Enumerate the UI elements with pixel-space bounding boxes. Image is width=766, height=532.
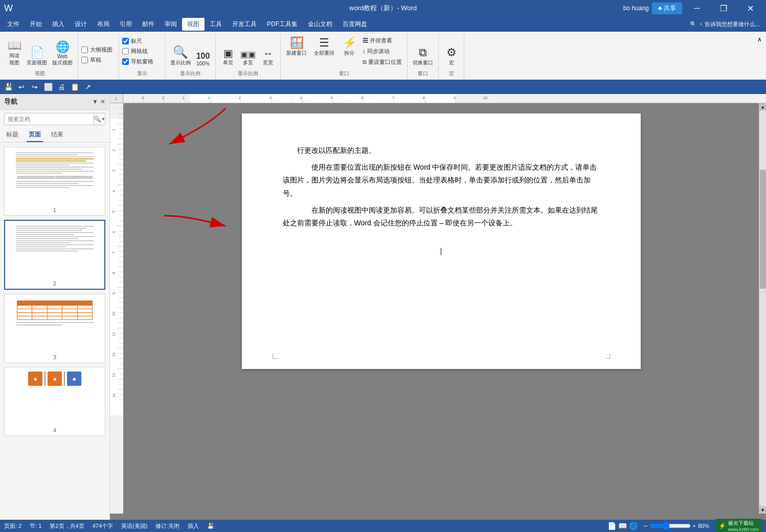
svg-text:5: 5: [112, 211, 116, 213]
search-icon: 🔍: [690, 21, 697, 28]
zoom-button[interactable]: 🔍 显示比例: [168, 43, 193, 68]
svg-text:6: 6: [112, 231, 116, 233]
format-painter-qa-button[interactable]: 📋: [69, 81, 81, 93]
switch-window-button[interactable]: ⧉ 切换窗口: [411, 44, 435, 68]
save-qa-button[interactable]: 💾: [2, 81, 14, 93]
macro-button[interactable]: ⚙ 宏: [442, 44, 461, 68]
single-page-button[interactable]: ▣ 单页: [219, 45, 237, 68]
menu-home[interactable]: 开始: [25, 18, 47, 31]
doc-with-ruler: 1 2 3 4 5 6 7 8 9 10 11 12 13 14: [110, 103, 766, 514]
menu-layout[interactable]: 布局: [92, 18, 115, 31]
pages-area: 行更改以匹配新的主题。 使用在需要位置出现的新按钮在 Word 中保存时间。若要…: [123, 103, 759, 514]
undo-qa-button[interactable]: ↩: [15, 81, 28, 93]
menu-review[interactable]: 审阅: [160, 18, 182, 31]
word-logo: W: [4, 3, 13, 14]
scroll-track[interactable]: [759, 110, 767, 506]
nav-close-button[interactable]: ✕: [100, 98, 105, 105]
menu-file[interactable]: 文件: [2, 18, 25, 31]
menu-references[interactable]: 引用: [115, 18, 137, 31]
ribbon-group-macro: ⚙ 宏 宏: [439, 34, 464, 79]
multi-page-icon: ▣▣: [240, 50, 256, 59]
outline-view-checkbox[interactable]: 大纲视图: [81, 45, 116, 54]
menu-pdf[interactable]: PDF工具集: [262, 18, 303, 31]
more-qa-button[interactable]: ↗: [82, 81, 94, 93]
ruler-svg: 3 2 1 1 2 3 4 5 6 7 8 9 10: [123, 94, 766, 103]
menu-mail[interactable]: 邮件: [137, 18, 160, 31]
page-thumb-3[interactable]: 3: [4, 294, 105, 363]
side-by-side-button[interactable]: ☰ 并排查看: [361, 36, 404, 45]
draft-checkbox[interactable]: 草稿: [81, 56, 116, 64]
document-page[interactable]: 行更改以匹配新的主题。 使用在需要位置出现的新按钮在 Word 中保存时间。若要…: [242, 113, 641, 369]
print-preview-qa-button[interactable]: ⬜: [42, 81, 54, 93]
margin-marker-br: [605, 354, 610, 359]
status-bar: 页面: 2 节: 1 第2页，共4页 474个字 英语(美国) 修订:关闭 插入…: [0, 520, 766, 532]
page-view-button[interactable]: 📄 页面视图: [25, 45, 49, 68]
svg-text:4: 4: [112, 190, 116, 192]
share-button[interactable]: ♣ 共享: [652, 3, 682, 14]
ribbon-group-switch: ⧉ 切换窗口 窗口: [408, 34, 439, 79]
search-bar[interactable]: 🔍 ♀ 告诉我您想要做什么...: [686, 20, 764, 28]
nav-tab-pages[interactable]: 页面: [27, 128, 43, 142]
menu-baidu[interactable]: 百度网盘: [337, 18, 372, 31]
zoom-100-button[interactable]: 100 100%: [194, 50, 212, 68]
watermark-url: www.kz80.com: [728, 527, 759, 532]
zoom-in-button[interactable]: +: [693, 523, 696, 529]
ribbon-group-display: 标尺 网格线 导航窗格 显示: [119, 34, 165, 79]
multi-page-button[interactable]: ▣▣ 多页: [238, 48, 258, 68]
page-thumb-1[interactable]: 1: [4, 147, 105, 216]
page-thumb-2[interactable]: 2: [4, 220, 105, 290]
web-layout-button[interactable]: 🌐: [629, 522, 638, 530]
ruler-left-svg: 1 2 3 4 5 6 7 8 9 10 11 12 13 14: [110, 103, 123, 512]
zoom-out-button[interactable]: ─: [644, 523, 648, 529]
gridlines-checkbox[interactable]: 网格线: [122, 47, 162, 56]
scroll-down-button[interactable]: ▼: [759, 506, 767, 514]
nav-tab-headings[interactable]: 标题: [4, 128, 20, 142]
nav-search-button[interactable]: 🔍▼: [94, 113, 105, 125]
web-view-button[interactable]: 🌐 Web版式视图: [50, 40, 75, 68]
scroll-up-button[interactable]: ▲: [759, 103, 767, 110]
svg-text:1: 1: [183, 96, 185, 100]
menu-insert[interactable]: 插入: [47, 18, 70, 31]
split-button[interactable]: ⚡ 拆分: [339, 35, 359, 58]
close-button[interactable]: ✕: [738, 0, 762, 16]
zoom-percent[interactable]: 80%: [698, 523, 709, 529]
page-label: 页面: 2: [4, 522, 21, 530]
ribbon-group-view: 📖 阅读视图 📄 页面视图 🌐 Web版式视图 视图: [2, 34, 78, 79]
quick-access-toolbar: 💾 ↩ ↪ ⬜ 🖨 📋 ↗: [0, 80, 766, 94]
ruler-checkbox[interactable]: 标尺: [122, 37, 162, 45]
menu-view[interactable]: 视图: [182, 18, 205, 31]
menu-tools[interactable]: 工具: [205, 18, 227, 31]
zoom-slider[interactable]: [650, 522, 691, 530]
redo-qa-button[interactable]: ↪: [29, 81, 41, 93]
page-thumb-img-2: [14, 223, 96, 279]
nav-tab-results[interactable]: 结果: [49, 128, 65, 142]
page-view-icon: 📄: [30, 47, 44, 58]
print-layout-button[interactable]: 📄: [607, 522, 616, 530]
sync-scroll-button[interactable]: ↕ 同步滚动: [361, 47, 404, 56]
menu-jinshan[interactable]: 金山文档: [303, 18, 337, 31]
arrange-all-button[interactable]: ☰ 全部重排: [311, 35, 337, 58]
svg-text:3: 3: [112, 170, 116, 172]
nav-search-input[interactable]: [5, 115, 94, 123]
navpanel-checkbox[interactable]: 导航窗格: [122, 57, 162, 66]
svg-text:3: 3: [142, 96, 144, 100]
collapse-ribbon-button[interactable]: ∧: [755, 34, 764, 79]
restore-button[interactable]: ❐: [712, 0, 735, 16]
reset-window-button[interactable]: ⧉ 重设窗口位置: [361, 57, 404, 67]
scroll-thumb[interactable]: [760, 170, 766, 289]
arrange-icon: ☰: [319, 36, 329, 50]
page-thumb-4[interactable]: ■ ■ ■ 4: [4, 367, 105, 436]
read-mode-button[interactable]: 📖: [618, 522, 627, 530]
print-qa-button[interactable]: 🖨: [55, 81, 67, 93]
new-window-button[interactable]: 🪟 新建窗口: [284, 35, 309, 58]
minimize-button[interactable]: ─: [685, 0, 709, 16]
svg-text:3: 3: [269, 96, 272, 100]
nav-options-button[interactable]: ▼: [92, 98, 98, 105]
read-view-button[interactable]: 📖 阅读视图: [5, 38, 24, 68]
svg-text:1: 1: [208, 96, 211, 100]
vertical-scrollbar[interactable]: ▲ ▼: [759, 103, 766, 514]
page-width-button[interactable]: ↔ 页宽: [259, 46, 277, 68]
svg-text:7: 7: [112, 251, 116, 253]
menu-devtools[interactable]: 开发工具: [227, 18, 262, 31]
menu-design[interactable]: 设计: [70, 18, 92, 31]
